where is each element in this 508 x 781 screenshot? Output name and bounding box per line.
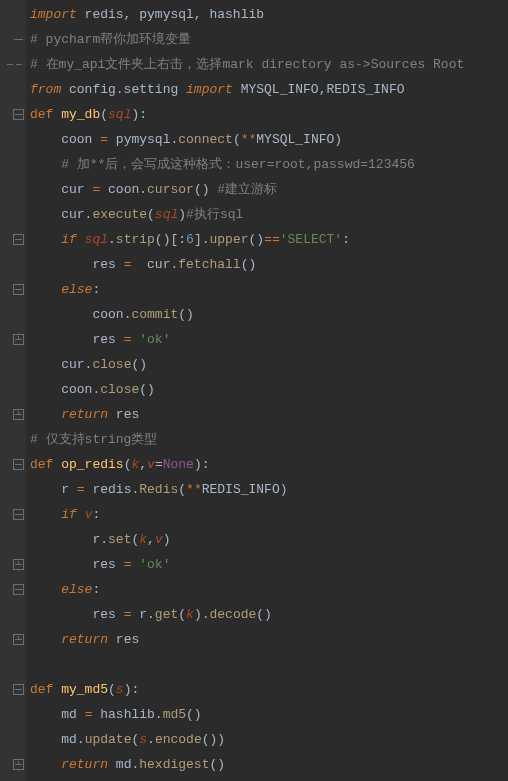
code-line[interactable]: cur.close()	[30, 352, 508, 377]
code-line[interactable]: r = redis.Redis(**REDIS_INFO)	[30, 477, 508, 502]
code-line[interactable]: res = cur.fetchall()	[30, 252, 508, 277]
code-token: return	[61, 632, 116, 647]
fold-end-icon[interactable]	[13, 409, 24, 420]
code-token: ()	[186, 707, 202, 722]
code-token: =	[124, 557, 140, 572]
code-token: cur.	[61, 357, 92, 372]
code-token: redis, pymysql, hashlib	[77, 7, 264, 22]
code-editor: import redis, pymysql, hashlib# pycharm帮…	[0, 0, 508, 781]
code-token: md5	[163, 707, 186, 722]
code-token: pymysql.	[116, 132, 178, 147]
code-token: (	[100, 107, 108, 122]
code-line[interactable]: return res	[30, 627, 508, 652]
code-token: ,	[147, 532, 155, 547]
fold-marker-row-icon	[6, 59, 24, 70]
code-token: strip	[116, 232, 155, 247]
code-line[interactable]: def op_redis(k,v=None):	[30, 452, 508, 477]
code-token: (	[233, 132, 241, 147]
code-token: =	[155, 457, 163, 472]
code-token: 'ok'	[139, 557, 170, 572]
code-token: (	[147, 207, 155, 222]
code-line[interactable]: md.update(s.encode())	[30, 727, 508, 752]
code-line[interactable]: cur.execute(sql)#执行sql	[30, 202, 508, 227]
code-token: op_redis	[61, 457, 123, 472]
code-token: encode	[155, 732, 202, 747]
code-line[interactable]: def my_db(sql):	[30, 102, 508, 127]
code-line[interactable]: import redis, pymysql, hashlib	[30, 2, 508, 27]
fold-collapse-icon[interactable]	[13, 459, 24, 470]
fold-end-icon[interactable]	[13, 559, 24, 570]
code-line[interactable]: res = 'ok'	[30, 552, 508, 577]
code-token: connect	[178, 132, 233, 147]
fold-collapse-icon[interactable]	[13, 234, 24, 245]
code-token: res	[92, 607, 123, 622]
code-line[interactable]: # 加**后，会写成这种格式：user=root,passwd=123456	[30, 152, 508, 177]
code-token: coon.	[108, 182, 147, 197]
code-token: =	[92, 182, 108, 197]
code-line[interactable]: return res	[30, 402, 508, 427]
code-line[interactable]: return md.hexdigest()	[30, 752, 508, 777]
code-line[interactable]: else:	[30, 277, 508, 302]
code-token: res	[116, 632, 139, 647]
code-line[interactable]: from config.setting import MYSQL_INFO,RE…	[30, 77, 508, 102]
code-token: if	[61, 232, 84, 247]
code-token: cursor	[147, 182, 194, 197]
code-line[interactable]: # pycharm帮你加环境变量	[30, 27, 508, 52]
code-line[interactable]: coon = pymysql.connect(**MYSQL_INFO)	[30, 127, 508, 152]
code-token: v	[147, 457, 155, 472]
code-line[interactable]: res = r.get(k).decode()	[30, 602, 508, 627]
code-token: def	[30, 457, 61, 472]
code-token: update	[85, 732, 132, 747]
code-token: ==	[264, 232, 280, 247]
code-line[interactable]: if sql.strip()[:6].upper()=='SELECT':	[30, 227, 508, 252]
code-token: k	[139, 532, 147, 547]
code-token: MYSQL_INFO)	[256, 132, 342, 147]
fold-end-icon[interactable]	[13, 334, 24, 345]
fold-collapse-icon[interactable]	[13, 509, 24, 520]
code-line[interactable]: r.set(k,v)	[30, 527, 508, 552]
fold-collapse-icon[interactable]	[13, 284, 24, 295]
code-token: r	[61, 482, 77, 497]
code-token: cur.	[61, 207, 92, 222]
fold-collapse-icon[interactable]	[13, 109, 24, 120]
code-token: s	[139, 732, 147, 747]
code-line[interactable]: # 仅支持string类型	[30, 427, 508, 452]
code-token: def	[30, 682, 61, 697]
code-token: (	[178, 607, 186, 622]
fold-collapse-icon[interactable]	[13, 684, 24, 695]
code-token: ,	[139, 457, 147, 472]
fold-collapse-icon[interactable]	[13, 584, 24, 595]
fold-end-icon[interactable]	[13, 759, 24, 770]
code-line[interactable]: # 在my_api文件夹上右击，选择mark directory as->Sou…	[30, 52, 508, 77]
code-line[interactable]: if v:	[30, 502, 508, 527]
code-token: s	[116, 682, 124, 697]
code-line[interactable]: def my_md5(s):	[30, 677, 508, 702]
code-token: .	[108, 232, 116, 247]
code-line[interactable]	[30, 652, 508, 677]
code-token: =	[124, 332, 140, 347]
code-token: =	[100, 132, 116, 147]
code-token: k	[186, 607, 194, 622]
code-token: # pycharm帮你加环境变量	[30, 32, 191, 47]
code-line[interactable]: md = hashlib.md5()	[30, 702, 508, 727]
code-token: )	[178, 207, 186, 222]
code-token: ()	[256, 607, 272, 622]
code-line[interactable]: else:	[30, 577, 508, 602]
code-token: get	[155, 607, 178, 622]
code-token: sql	[155, 207, 178, 222]
code-token: ()	[249, 232, 265, 247]
fold-end-icon[interactable]	[13, 634, 24, 645]
code-line[interactable]: cur = coon.cursor() #建立游标	[30, 177, 508, 202]
code-line[interactable]: coon.commit()	[30, 302, 508, 327]
fold-gutter	[0, 0, 26, 781]
code-token: 6	[186, 232, 194, 247]
code-token: hashlib.	[100, 707, 162, 722]
code-area[interactable]: import redis, pymysql, hashlib# pycharm帮…	[26, 0, 508, 781]
code-token: res	[92, 557, 123, 572]
code-line[interactable]: res = 'ok'	[30, 327, 508, 352]
code-token: import	[186, 82, 241, 97]
code-token: MYSQL_INFO,REDIS_INFO	[241, 82, 405, 97]
code-line[interactable]: coon.close()	[30, 377, 508, 402]
code-token: cur.	[139, 257, 178, 272]
code-token: # 在my_api文件夹上右击，选择mark directory as->Sou…	[30, 57, 464, 72]
